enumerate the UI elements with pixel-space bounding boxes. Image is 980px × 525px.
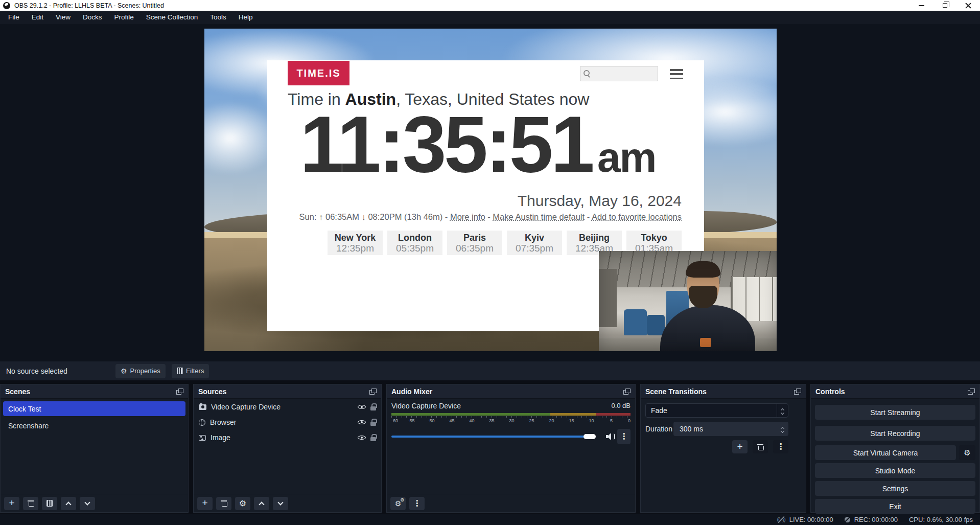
transition-select[interactable]: Fade	[645, 403, 788, 418]
preview-canvas[interactable]: TIME.IS Time in Austin, Texas, United St…	[204, 29, 777, 351]
advanced-audio-button[interactable]: ⚙⚙	[390, 497, 406, 510]
gear-icon: ⚙	[239, 498, 246, 508]
meter-tick-label: -15	[567, 418, 574, 423]
webcam-floor	[599, 338, 777, 351]
close-button[interactable]	[956, 0, 980, 11]
rec-timer: REC: 00:00:00	[854, 516, 898, 523]
hamburger-menu-icon[interactable]	[670, 69, 683, 79]
timeis-logo[interactable]: TIME.IS	[288, 61, 349, 85]
source-row-image[interactable]: Image	[194, 430, 381, 445]
audio-mixer-header[interactable]: Audio Mixer	[387, 384, 635, 399]
start-recording-button[interactable]: Start Recording	[815, 426, 975, 441]
popout-icon[interactable]	[369, 389, 377, 395]
visibility-eye-icon[interactable]	[358, 403, 366, 411]
obs-window: OBS 29.1.2 - Profile: LLHLS BETA - Scene…	[0, 0, 980, 525]
webcam-chair	[647, 315, 665, 335]
menu-scene-collection[interactable]: Scene Collection	[140, 11, 204, 24]
add-favorite-link[interactable]: Add to favorite locations	[592, 212, 682, 221]
spinbox-arrows[interactable]	[776, 425, 788, 432]
source-toolbar: No source selected ⚙ Properties Filters	[0, 361, 980, 380]
scenes-header[interactable]: Scenes	[1, 384, 188, 399]
remove-transition-button[interactable]	[753, 440, 768, 453]
remove-scene-button[interactable]	[23, 497, 38, 510]
source-row-video-capture[interactable]: Video Capture Device	[194, 399, 381, 415]
move-scene-down-button[interactable]	[80, 497, 95, 510]
clock-display: 11:35:51 am	[300, 103, 656, 187]
menu-tools[interactable]: Tools	[204, 11, 232, 24]
combo-arrows[interactable]	[777, 404, 788, 417]
kebab-icon: ⋮	[777, 443, 785, 451]
speaker-icon[interactable]	[606, 432, 615, 441]
menu-profile[interactable]: Profile	[108, 11, 140, 24]
search-input[interactable]	[580, 66, 658, 81]
exit-button[interactable]: Exit	[815, 499, 975, 514]
minimize-button[interactable]	[909, 0, 933, 11]
move-source-down-button[interactable]	[273, 497, 288, 510]
properties-button[interactable]: ⚙ Properties	[115, 364, 166, 378]
lock-icon[interactable]	[370, 434, 376, 441]
duration-spinbox[interactable]: 300 ms	[673, 422, 788, 436]
popout-icon[interactable]	[968, 389, 975, 395]
move-source-up-button[interactable]	[254, 497, 269, 510]
meter-tick-label: -40	[468, 418, 474, 423]
more-info-link[interactable]: More info	[450, 212, 485, 221]
popout-icon[interactable]	[623, 389, 631, 395]
date-line: Thursday, May 16, 2024	[518, 192, 682, 210]
transition-options-button[interactable]: ⋮	[773, 440, 788, 453]
add-source-button[interactable]: +	[197, 497, 213, 510]
sources-header[interactable]: Sources	[194, 384, 381, 399]
menu-help[interactable]: Help	[232, 11, 259, 24]
controls-header[interactable]: Controls	[811, 384, 979, 399]
studio-mode-button[interactable]: Studio Mode	[815, 463, 975, 478]
remove-source-button[interactable]	[216, 497, 231, 510]
scene-filters-button[interactable]	[42, 497, 57, 510]
menu-view[interactable]: View	[50, 11, 77, 24]
menu-file[interactable]: File	[2, 11, 26, 24]
mixer-menu-button[interactable]: ⋮	[409, 497, 425, 510]
sources-toolbar: + ⚙	[194, 494, 381, 512]
volume-slider-handle[interactable]	[584, 434, 596, 439]
lock-icon[interactable]	[370, 403, 376, 410]
meter-tick-label: 0	[628, 418, 631, 423]
city-card-new-york[interactable]: New York 12:35pm	[328, 231, 383, 255]
volume-slider[interactable]	[391, 436, 594, 438]
filters-button[interactable]: Filters	[172, 364, 209, 378]
mixer-options-button[interactable]: ⋮	[617, 429, 631, 444]
make-default-link[interactable]: Make Austin time default	[493, 212, 585, 221]
start-virtual-camera-button[interactable]: Start Virtual Camera	[815, 445, 956, 460]
meter-scale: -60 -55 -50 -45 -40 -35 -30 -25 -20 -15 …	[391, 418, 631, 424]
visibility-eye-icon[interactable]	[358, 419, 366, 426]
cpu-status: CPU: 0.6%, 30.00 fps	[909, 516, 973, 523]
sun-info-line: Sun: ↑ 06:35AM ↓ 08:20PM (13h 46m) - Mor…	[299, 212, 682, 222]
webcam-ceiling	[599, 251, 777, 287]
city-card-paris[interactable]: Paris 06:35pm	[447, 231, 502, 255]
minimize-icon	[919, 5, 924, 6]
menu-edit[interactable]: Edit	[26, 11, 50, 24]
city-card-kyiv[interactable]: Kyiv 07:35pm	[507, 231, 562, 255]
visibility-eye-icon[interactable]	[358, 434, 366, 442]
camera-icon	[199, 404, 206, 410]
virtual-camera-settings-button[interactable]: ⚙	[959, 445, 975, 460]
mixer-level-value: 0.0 dB	[611, 402, 631, 410]
settings-button[interactable]: Settings	[815, 481, 975, 496]
plus-icon: +	[737, 442, 742, 451]
city-card-london[interactable]: London 05:35pm	[387, 231, 442, 255]
controls-panel: Controls Start Streaming Start Recording…	[810, 384, 980, 513]
popout-icon[interactable]	[176, 389, 183, 395]
menu-docks[interactable]: Docks	[77, 11, 108, 24]
scene-item-clock-test[interactable]: Clock Test	[3, 401, 185, 416]
move-scene-up-button[interactable]	[61, 497, 76, 510]
source-properties-button[interactable]: ⚙	[235, 497, 250, 510]
source-row-browser[interactable]: Browser	[194, 415, 381, 430]
add-scene-button[interactable]: +	[4, 497, 19, 510]
scene-item-screenshare[interactable]: Screenshare	[3, 418, 185, 433]
popout-icon[interactable]	[794, 389, 801, 395]
scene-transitions-header[interactable]: Scene Transitions	[641, 384, 806, 399]
start-streaming-button[interactable]: Start Streaming	[815, 405, 975, 420]
webcam-person-head	[687, 264, 719, 307]
webcam-overlay[interactable]	[599, 251, 777, 351]
live-status: ((●)) LIVE: 00:00:00	[777, 516, 833, 523]
restore-button[interactable]	[933, 0, 956, 11]
lock-icon[interactable]	[370, 419, 376, 426]
add-transition-button[interactable]: +	[732, 440, 748, 453]
